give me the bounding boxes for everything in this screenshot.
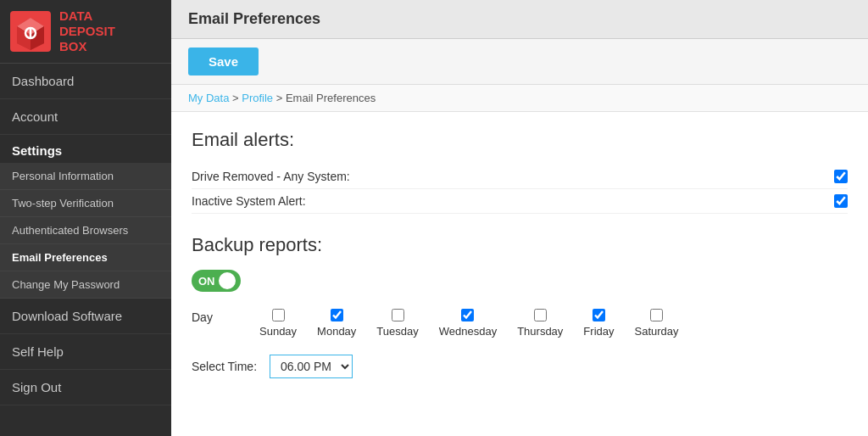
sidebar-item-authenticated-browsers[interactable]: Authenticated Browsers — [0, 217, 171, 244]
alert-inactive-system-row: Inactive System Alert: — [192, 189, 848, 214]
day-wednesday-checkbox[interactable] — [461, 309, 474, 321]
backup-reports-section: Backup reports: ON Day Sunday Monday — [192, 234, 848, 378]
day-thursday-checkbox[interactable] — [534, 309, 547, 321]
alert-drive-removed-row: Drive Removed - Any System: — [192, 165, 848, 189]
day-saturday-label: Saturday — [634, 325, 678, 338]
toggle-on-label: ON — [198, 275, 215, 288]
breadcrumb-sep1: > — [232, 92, 242, 104]
sidebar-item-change-my-password[interactable]: Change My Password — [0, 271, 171, 299]
sidebar-item-email-preferences[interactable]: Email Preferences — [0, 244, 171, 271]
day-thursday-label: Thursday — [517, 325, 563, 338]
day-friday-label: Friday — [583, 325, 614, 338]
sidebar-item-sign-out[interactable]: Sign Out — [0, 370, 171, 405]
days-grid: Sunday Monday Tuesday Wednesday — [259, 309, 679, 338]
logo-text: DATA DEPOSIT BOX — [59, 8, 115, 54]
email-alerts-section: Email alerts: Drive Removed - Any System… — [192, 129, 848, 214]
day-sunday-checkbox[interactable] — [272, 309, 285, 321]
day-monday-label: Monday — [317, 325, 356, 338]
breadcrumb-current: Email Preferences — [286, 92, 376, 104]
time-select[interactable]: 06.00 AM 07.00 AM 08.00 AM 09.00 AM 10.0… — [270, 355, 353, 378]
day-sunday: Sunday — [259, 309, 297, 338]
logo-icon — [10, 11, 51, 52]
alert-drive-removed-label: Drive Removed - Any System: — [192, 170, 350, 183]
day-monday-checkbox[interactable] — [331, 309, 343, 321]
day-sunday-label: Sunday — [259, 325, 297, 338]
day-wednesday-label: Wednesday — [439, 325, 497, 338]
day-wednesday: Wednesday — [439, 309, 497, 338]
content-area: Email alerts: Drive Removed - Any System… — [171, 112, 868, 395]
day-monday: Monday — [317, 309, 356, 338]
day-tuesday-label: Tuesday — [376, 325, 418, 338]
day-tuesday: Tuesday — [376, 309, 418, 338]
main-content: Email Preferences Save My Data > Profile… — [171, 0, 868, 436]
day-saturday: Saturday — [634, 309, 678, 338]
save-button[interactable]: Save — [188, 48, 259, 75]
page-title: Email Preferences — [171, 0, 868, 39]
sidebar-item-two-step-verification[interactable]: Two-step Verification — [0, 190, 171, 217]
sidebar-item-account[interactable]: Account — [0, 99, 171, 135]
day-tuesday-checkbox[interactable] — [392, 309, 404, 321]
sidebar-settings-label: Settings — [0, 135, 171, 163]
day-row: Day Sunday Monday Tuesday — [192, 309, 848, 338]
sidebar: DATA DEPOSIT BOX Dashboard Account Setti… — [0, 0, 171, 436]
day-friday-checkbox[interactable] — [593, 309, 605, 321]
breadcrumb-profile[interactable]: Profile — [242, 92, 273, 104]
day-saturday-checkbox[interactable] — [650, 309, 663, 321]
sidebar-item-personal-information[interactable]: Personal Information — [0, 163, 171, 190]
alert-inactive-system-checkbox[interactable] — [834, 194, 848, 208]
sidebar-item-self-help[interactable]: Self Help — [0, 334, 171, 370]
backup-reports-title: Backup reports: — [192, 234, 848, 256]
time-row: Select Time: 06.00 AM 07.00 AM 08.00 AM … — [192, 355, 848, 378]
logo: DATA DEPOSIT BOX — [0, 0, 171, 64]
alert-inactive-system-label: Inactive System Alert: — [192, 194, 306, 208]
breadcrumb-sep2: > — [276, 92, 286, 104]
day-thursday: Thursday — [517, 309, 563, 338]
time-label: Select Time: — [192, 360, 259, 373]
day-friday: Friday — [583, 309, 614, 338]
email-alerts-title: Email alerts: — [192, 129, 848, 151]
toggle-knob — [219, 272, 236, 289]
backup-toggle[interactable]: ON — [192, 270, 241, 292]
sidebar-item-download-software[interactable]: Download Software — [0, 299, 171, 334]
day-label: Day — [192, 309, 259, 324]
breadcrumb-my-data[interactable]: My Data — [188, 92, 229, 104]
sidebar-item-dashboard[interactable]: Dashboard — [0, 64, 171, 99]
alert-drive-removed-checkbox[interactable] — [834, 170, 848, 183]
breadcrumb: My Data > Profile > Email Preferences — [171, 85, 868, 112]
toolbar: Save — [171, 39, 868, 85]
